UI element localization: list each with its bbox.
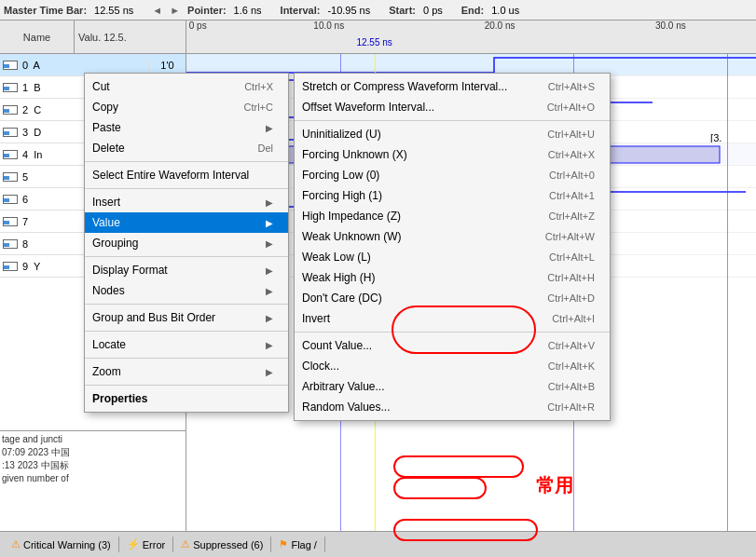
menu-value-arrow: ▶ [266,218,273,228]
submenu-weak-unknown-label: Weak Unknown (W) [302,230,523,243]
interval-value: -10.95 ns [327,5,370,16]
error-icon: ⚡ [127,538,140,550]
sep-1 [85,161,288,162]
menu-copy[interactable]: Copy Ctrl+C [85,97,288,117]
menu-cut[interactable]: Cut Ctrl+X [85,76,288,97]
submenu-random[interactable]: Random Values... Ctrl+Alt+R [295,397,610,417]
submenu-forcing-low-label: Forcing Low (0) [302,169,527,182]
signal-icon-0 [0,61,21,70]
time-tick-1: 10.0 ns [313,20,344,31]
submenu-clock-label: Clock... [302,360,526,373]
submenu-count-value-shortcut: Ctrl+Alt+V [548,340,595,351]
signal-icon-2 [0,105,21,115]
menu-value-label: Value [92,216,258,229]
log-line-0: tage and juncti [2,433,184,446]
menu-grouping-label: Grouping [92,237,258,250]
menu-value[interactable]: Value ▶ [85,212,288,233]
submenu-weak-high-label: Weak High (H) [302,271,525,284]
flag-icon: ⚑ [279,538,288,550]
submenu-uninit[interactable]: Uninitialized (U) Ctrl+Alt+U [295,124,610,144]
submenu-invert[interactable]: Invert Ctrl+Alt+I [295,308,610,329]
signal-icon-8 [0,239,21,249]
submenu-forcing-unknown[interactable]: Forcing Unknown (X) Ctrl+Alt+X [295,144,610,165]
suppressed-icon: ⚠ [181,538,190,550]
submenu-stretch[interactable]: Stretch or Compress Waveform Interval...… [295,76,610,97]
submenu-high-z-shortcut: Ctrl+Alt+Z [548,211,595,222]
submenu-invert-shortcut: Ctrl+Alt+I [552,313,595,324]
tab-flag[interactable]: ⚑ Flag / [271,537,325,552]
submenu-dont-care[interactable]: Don't Care (DC) Ctrl+Alt+D [295,288,610,308]
menu-insert-arrow: ▶ [266,197,273,208]
tab-suppressed[interactable]: ⚠ Suppressed (6) [173,537,271,552]
menu-cut-shortcut: Ctrl+X [244,81,273,92]
time-right-arrow[interactable]: ► [170,5,180,16]
menu-select-entire-label: Select Entire Waveform Interval [92,169,273,182]
submenu-weak-unknown[interactable]: Weak Unknown (W) Ctrl+Alt+W [295,226,610,247]
signal-val-0: 1'0 [148,60,186,71]
master-time-value: 12.55 ns [94,5,133,16]
submenu-high-z[interactable]: High Impedance (Z) Ctrl+Alt+Z [295,206,610,226]
tab-flag-label: Flag / [291,539,317,550]
chinese-common-label: 常用 [536,473,573,498]
submenu-clock-shortcut: Ctrl+Alt+K [548,360,595,372]
menu-group-bus[interactable]: Group and Bus Bit Order ▶ [85,307,288,328]
sep-4 [85,304,288,305]
start-value: 0 ps [423,5,443,16]
bottom-status-bar: ⚠ Critical Warning (3) ⚡ Error ⚠ Suppres… [0,531,756,557]
master-time-bar-label: Master Time Bar: [4,5,87,16]
sep-7 [85,385,288,386]
menu-delete[interactable]: Delete Del [85,138,288,158]
tab-critical-warning[interactable]: ⚠ Critical Warning (3) [4,537,119,552]
log-line-2: :13 2023 中国标 [2,459,184,472]
submenu-weak-high-shortcut: Ctrl+Alt+H [547,272,595,283]
log-panel: tage and juncti 07:09 2023 中国 :13 2023 中… [0,430,186,505]
tab-suppressed-label: Suppressed (6) [193,539,263,550]
context-menu: Cut Ctrl+X Copy Ctrl+C Paste ▶ Delete De… [84,73,289,413]
submenu-invert-label: Invert [302,312,529,325]
submenu-random-label: Random Values... [302,401,525,414]
top-bar: Master Time Bar: 12.55 ns ◄ ► Pointer: 1… [0,0,756,20]
menu-locate-label: Locate [92,338,258,351]
tab-error[interactable]: ⚡ Error [119,537,173,552]
submenu-weak-low[interactable]: Weak Low (L) Ctrl+Alt+L [295,247,610,267]
submenu-count-value[interactable]: Count Value... Ctrl+Alt+V [295,335,610,356]
menu-display-format[interactable]: Display Format ▶ [85,260,288,280]
menu-group-bus-arrow: ▶ [266,313,273,323]
sep-3 [85,256,288,257]
submenu-forcing-low[interactable]: Forcing Low (0) Ctrl+Alt+0 [295,165,610,185]
submenu-arbitrary-shortcut: Ctrl+Alt+B [548,381,595,392]
signal-icon-4 [0,150,21,159]
submenu-forcing-unknown-label: Forcing Unknown (X) [302,148,526,161]
menu-copy-shortcut: Ctrl+C [244,102,273,113]
submenu-offset[interactable]: Offset Waveform Interval... Ctrl+Alt+O [295,97,610,117]
submenu-weak-low-label: Weak Low (L) [302,251,527,264]
interval-marker-3 [727,54,728,531]
submenu-weak-high[interactable]: Weak High (H) Ctrl+Alt+H [295,267,610,288]
signal-icon-1 [0,83,21,92]
submenu-clock[interactable]: Clock... Ctrl+Alt+K [295,356,610,376]
menu-locate[interactable]: Locate ▶ [85,334,288,355]
menu-paste[interactable]: Paste ▶ [85,117,288,138]
end-value: 1.0 us [491,5,519,16]
menu-paste-arrow: ▶ [266,123,273,133]
submenu-high-z-label: High Impedance (Z) [302,210,526,223]
time-tick-3: 30.0 ns [655,20,686,31]
menu-paste-label: Paste [92,121,258,134]
menu-zoom[interactable]: Zoom ▶ [85,361,288,382]
menu-select-entire[interactable]: Select Entire Waveform Interval [85,165,288,185]
submenu-forcing-high-label: Forcing High (1) [302,189,527,202]
sep-5 [85,331,288,332]
submenu-forcing-high[interactable]: Forcing High (1) Ctrl+Alt+1 [295,185,610,206]
time-tick-2: 20.0 ns [485,20,515,31]
sep-2 [85,188,288,189]
signal-header: Name Valu. 12.5. [0,20,186,54]
submenu-count-value-label: Count Value... [302,339,526,352]
menu-insert[interactable]: Insert ▶ [85,192,288,212]
menu-properties-label: Properties [85,388,288,409]
time-left-arrow[interactable]: ◄ [152,5,162,16]
menu-nodes[interactable]: Nodes ▶ [85,280,288,301]
submenu-stretch-shortcut: Ctrl+Alt+S [548,81,595,92]
menu-grouping[interactable]: Grouping ▶ [85,233,288,253]
waveform-header: 0 ps 10.0 ns 20.0 ns 30.0 ns 12.55 ns [186,20,756,54]
submenu-arbitrary[interactable]: Arbitrary Value... Ctrl+Alt+B [295,376,610,397]
